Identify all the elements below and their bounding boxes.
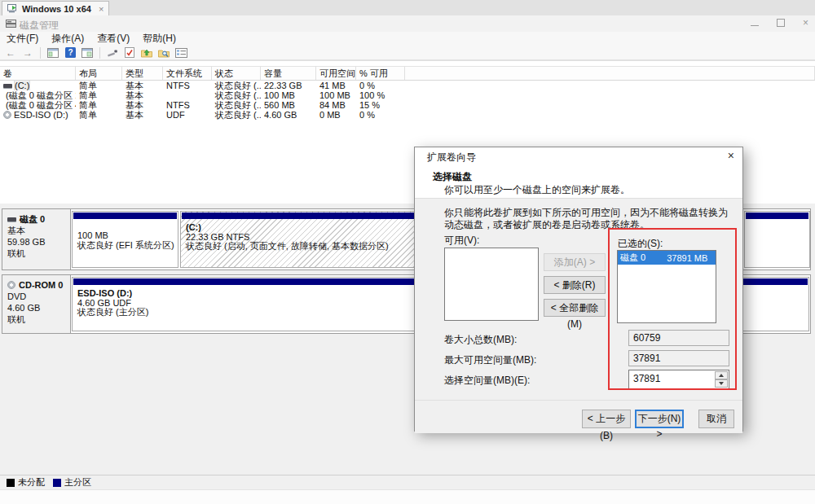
close-icon[interactable]: × (803, 18, 808, 28)
partition-size: 100 MB (77, 231, 173, 241)
dialog-titlebar[interactable]: 扩展卷向导 × (415, 147, 742, 165)
cell-status: 状态良好 (... (212, 110, 261, 120)
svg-text:?: ? (68, 48, 73, 57)
disk-management-app-icon (6, 19, 16, 28)
table-row-part4[interactable]: (磁盘 0 磁盘分区 4) 简单 基本 NTFS 状态良好 (... 560 M… (0, 100, 815, 110)
available-listbox[interactable] (444, 248, 539, 321)
dialog-header-subtitle: 你可以用至少一个磁盘上的空间来扩展卷。 (444, 183, 630, 197)
window-titlebar: 磁盘管理 × (0, 15, 815, 32)
col-filesystem[interactable]: 文件系统 (163, 67, 212, 80)
col-status[interactable]: 状态 (212, 67, 261, 80)
dialog-title: 扩展卷向导 (427, 151, 476, 164)
add-button[interactable]: 添加(A) > (544, 253, 606, 271)
col-filler (405, 67, 815, 80)
help-icon[interactable]: ? (63, 46, 77, 59)
dialog-footer: < 上一步(B) 下一步(N) > 取消 (415, 400, 742, 433)
cell-status: 状态良好 (... (212, 81, 261, 90)
cdrom0-label-panel[interactable]: CD-ROM 0 DVD 4.60 GB 联机 (2, 275, 71, 333)
cell-capacity: 100 MB (261, 90, 316, 100)
cell-fs: NTFS (163, 81, 212, 90)
spinner-value[interactable]: 37891 (633, 373, 660, 384)
properties-window-icon[interactable] (80, 46, 95, 59)
cell-layout: 简单 (76, 110, 122, 120)
disk0-status: 联机 (7, 248, 67, 259)
spinner-up-icon[interactable] (715, 371, 728, 379)
cancel-button[interactable]: 取消 (698, 410, 734, 428)
details-icon[interactable] (174, 46, 188, 59)
available-label: 可用(V): (444, 234, 479, 248)
partition-right-sliver[interactable] (744, 211, 810, 268)
toolbar: ← → ? (0, 46, 815, 60)
col-free[interactable]: 可用空间 (316, 67, 356, 80)
legend-label: 主分区 (64, 476, 91, 489)
legend-label: 未分配 (18, 476, 45, 489)
primary-partition-swatch (53, 479, 61, 487)
cell-fs: UDF (163, 110, 212, 120)
disk-icon (7, 217, 16, 221)
cd-icon (3, 111, 11, 119)
table-row-c[interactable]: (C:) 简单 基本 NTFS 状态良好 (... 22.33 GB 41 MB… (0, 81, 815, 90)
select-amount-spinner[interactable]: 37891 (628, 370, 729, 389)
table-row-esd[interactable]: ESD-ISO (D:) 简单 基本 UDF 状态良好 (... 4.60 GB… (0, 110, 815, 120)
table-row-part1[interactable]: (磁盘 0 磁盘分区 1) 简单 基本 状态良好 (... 100 MB 100… (0, 90, 815, 100)
menu-file[interactable]: 文件(F) (0, 32, 45, 46)
bottom-strip (0, 489, 815, 504)
volume-name: (磁盘 0 磁盘分区 1) (6, 90, 76, 100)
partition-efi[interactable]: 100 MB 状态良好 (EFI 系统分区) (72, 211, 178, 268)
cell-type: 基本 (122, 81, 163, 90)
toolbar-separator (40, 47, 41, 59)
vm-tab-bar: Windows 10 x64 × (0, 0, 815, 16)
cdrom0-name: CD-ROM 0 (19, 279, 63, 291)
menu-view[interactable]: 查看(V) (90, 32, 136, 46)
dialog-header: 选择磁盘 你可以用至少一个磁盘上的空间来扩展卷。 (415, 165, 742, 199)
vm-tab[interactable]: Windows 10 x64 × (2, 1, 109, 15)
menu-help[interactable]: 帮助(H) (136, 32, 183, 46)
col-pct-free[interactable]: % 可用 (356, 67, 405, 80)
wand-icon[interactable] (105, 46, 120, 59)
menu-action[interactable]: 操作(A) (45, 32, 90, 46)
back-button[interactable]: < 上一步(B) (582, 410, 631, 428)
cell-layout: 简单 (76, 100, 122, 110)
show-tree-icon[interactable] (46, 46, 60, 59)
next-button[interactable]: 下一步(N) > (635, 410, 684, 428)
vm-monitor-icon (7, 4, 18, 13)
forward-icon[interactable]: → (20, 46, 35, 59)
cdrom-icon (7, 281, 15, 289)
legend-unallocated: 未分配 (7, 476, 45, 489)
volume-table-header: 卷 布局 类型 文件系统 状态 容量 可用空间 % 可用 (0, 66, 815, 81)
vm-tab-close-icon[interactable]: × (99, 4, 104, 14)
remove-button[interactable]: < 删除(R) (544, 276, 606, 294)
dialog-body-text: 你只能将此卷扩展到如下所示的可用空间，因为不能将磁盘转换为动态磁盘，或者被扩展的… (444, 207, 733, 231)
remove-all-button[interactable]: < 全部删除(M) (544, 299, 606, 317)
volume-name: (C:) (15, 81, 29, 90)
minimize-icon[interactable] (751, 25, 759, 26)
volume-name: ESD-ISO (D:) (14, 110, 68, 120)
cell-free: 84 MB (316, 100, 356, 110)
selected-disk-item[interactable]: 磁盘 0 37891 MB (618, 251, 716, 265)
disk0-label-panel[interactable]: 磁盘 0 基本 59.98 GB 联机 (2, 209, 71, 270)
spinner-down-icon[interactable] (715, 379, 728, 388)
col-capacity[interactable]: 容量 (261, 67, 316, 80)
window-title: 磁盘管理 (20, 19, 59, 33)
toolbar-separator (99, 47, 100, 59)
col-layout[interactable]: 布局 (76, 67, 122, 80)
folder-up-icon[interactable] (139, 46, 154, 59)
cell-pct: 0 % (356, 110, 405, 120)
selected-listbox[interactable]: 磁盘 0 37891 MB (617, 250, 716, 323)
disk0-type: 基本 (7, 225, 67, 236)
folder-search-icon[interactable] (156, 46, 171, 59)
restore-icon[interactable] (777, 19, 785, 27)
check-document-icon[interactable] (122, 46, 137, 59)
cell-type: 基本 (122, 110, 163, 120)
volume-name: (磁盘 0 磁盘分区 4) (6, 100, 76, 110)
col-volume[interactable]: 卷 (0, 67, 76, 80)
back-icon[interactable]: ← (3, 46, 18, 59)
dialog-close-icon[interactable]: × (728, 150, 734, 161)
legend-bar: 未分配 主分区 (0, 475, 815, 489)
cell-capacity: 560 MB (261, 100, 316, 110)
partition-status: 状态良好 (EFI 系统分区) (77, 241, 173, 251)
col-type[interactable]: 类型 (122, 67, 163, 80)
cell-pct: 100 % (356, 90, 405, 100)
max-available-label: 最大可用空间量(MB): (444, 353, 536, 367)
selected-label: 已选的(S): (618, 237, 663, 251)
